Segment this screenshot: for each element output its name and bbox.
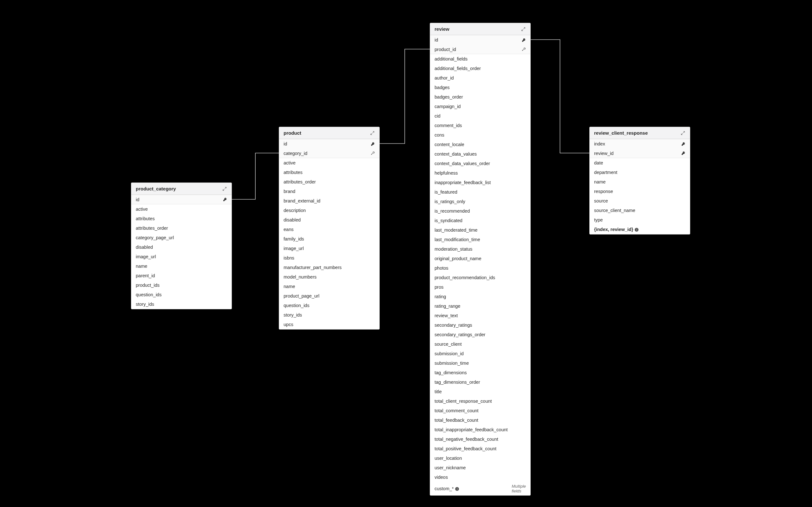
column-row[interactable]: description: [279, 206, 379, 215]
column-row[interactable]: product_page_url: [279, 291, 379, 301]
column-row[interactable]: content_locale: [430, 140, 530, 149]
column-row[interactable]: last_modification_time: [430, 235, 530, 244]
column-row[interactable]: parent_id: [131, 271, 232, 280]
column-row[interactable]: question_ids: [131, 290, 232, 299]
column-row[interactable]: total_positive_feedback_count: [430, 444, 530, 453]
column-row[interactable]: response: [590, 187, 690, 196]
column-row[interactable]: attributes: [279, 168, 379, 177]
table-product[interactable]: productidcategory_idactiveattributesattr…: [279, 127, 380, 330]
column-row[interactable]: id: [430, 35, 530, 45]
table-header[interactable]: review_client_response: [590, 127, 690, 139]
column-row[interactable]: name: [279, 282, 379, 291]
table-header[interactable]: review: [430, 23, 530, 35]
column-row[interactable]: moderation_status: [430, 244, 530, 254]
table-header[interactable]: product_category: [131, 183, 232, 195]
column-row[interactable]: submission_id: [430, 349, 530, 358]
column-row[interactable]: disabled: [131, 242, 232, 252]
column-row[interactable]: cons: [430, 130, 530, 140]
column-row[interactable]: comment_ids: [430, 121, 530, 130]
column-row[interactable]: disabled: [279, 215, 379, 225]
expand-icon[interactable]: [370, 130, 375, 135]
column-row[interactable]: total_feedback_count: [430, 415, 530, 425]
column-row[interactable]: index: [590, 139, 690, 149]
column-row[interactable]: additional_fields_order: [430, 64, 530, 73]
column-row[interactable]: secondary_ratings: [430, 320, 530, 330]
table-product_category[interactable]: product_categoryidactiveattributesattrib…: [131, 182, 232, 309]
column-row[interactable]: is_featured: [430, 187, 530, 197]
column-row[interactable]: tag_dimensions: [430, 368, 530, 377]
column-row[interactable]: attributes: [131, 214, 232, 223]
column-row[interactable]: active: [131, 205, 232, 214]
column-row[interactable]: badges: [430, 83, 530, 92]
column-row[interactable]: manufacturer_part_numbers: [279, 263, 379, 272]
column-row[interactable]: question_ids: [279, 301, 379, 310]
column-row[interactable]: attributes_order: [131, 223, 232, 233]
column-row[interactable]: total_comment_count: [430, 406, 530, 415]
info-icon[interactable]: i: [635, 228, 639, 232]
expand-icon[interactable]: [222, 186, 227, 191]
column-row[interactable]: name: [131, 262, 232, 271]
column-row[interactable]: product_recommendation_ids: [430, 273, 530, 282]
column-row[interactable]: brand: [279, 187, 379, 196]
column-row[interactable]: attributes_order: [279, 177, 379, 187]
column-row[interactable]: pros: [430, 282, 530, 292]
column-row[interactable]: title: [430, 387, 530, 396]
column-row[interactable]: product_ids: [131, 280, 232, 290]
column-row[interactable]: id: [279, 139, 379, 149]
column-row[interactable]: date: [590, 158, 690, 168]
column-row[interactable]: photos: [430, 263, 530, 273]
column-row[interactable]: id: [131, 195, 232, 205]
column-row[interactable]: is_syndicated: [430, 216, 530, 225]
column-row[interactable]: badges_order: [430, 92, 530, 102]
expand-icon[interactable]: [680, 130, 686, 135]
column-row[interactable]: story_ids: [279, 310, 379, 320]
column-row[interactable]: story_ids: [131, 299, 232, 309]
column-row[interactable]: author_id: [430, 73, 530, 83]
column-row[interactable]: image_url: [279, 244, 379, 253]
column-row[interactable]: custom_*iMultiple fields: [430, 482, 530, 495]
column-row[interactable]: total_inappropriate_feedback_count: [430, 425, 530, 435]
column-row[interactable]: brand_external_id: [279, 196, 379, 206]
column-row[interactable]: rating_range: [430, 301, 530, 311]
table-review[interactable]: reviewidproduct_idadditional_fieldsaddit…: [430, 23, 531, 496]
column-row[interactable]: secondary_ratings_order: [430, 330, 530, 339]
column-row[interactable]: tag_dimensions_order: [430, 377, 530, 387]
column-row[interactable]: eans: [279, 225, 379, 234]
column-row[interactable]: name: [590, 177, 690, 187]
column-row[interactable]: review_id: [590, 149, 690, 158]
column-row[interactable]: image_url: [131, 252, 232, 262]
column-row[interactable]: total_client_response_count: [430, 396, 530, 406]
table-header[interactable]: product: [279, 127, 379, 139]
column-row[interactable]: total_negative_feedback_count: [430, 435, 530, 444]
column-row[interactable]: family_ids: [279, 234, 379, 244]
column-row[interactable]: inappropriate_feedback_list: [430, 178, 530, 187]
expand-icon[interactable]: [521, 26, 526, 32]
info-icon[interactable]: i: [455, 487, 459, 491]
column-row[interactable]: campaign_id: [430, 102, 530, 111]
column-row[interactable]: last_moderated_time: [430, 225, 530, 235]
column-row[interactable]: is_ratings_only: [430, 197, 530, 206]
column-row[interactable]: product_id: [430, 45, 530, 54]
column-row[interactable]: active: [279, 158, 379, 168]
column-row[interactable]: is_recommended: [430, 206, 530, 216]
column-row[interactable]: additional_fields: [430, 54, 530, 64]
column-row[interactable]: isbns: [279, 253, 379, 263]
column-row[interactable]: source_client: [430, 339, 530, 349]
column-row[interactable]: source_client_name: [590, 206, 690, 215]
column-row[interactable]: original_product_name: [430, 254, 530, 263]
column-row[interactable]: category_id: [279, 149, 379, 158]
column-row[interactable]: context_data_values_order: [430, 159, 530, 168]
column-row[interactable]: department: [590, 168, 690, 177]
column-row[interactable]: upcs: [279, 320, 379, 329]
column-row[interactable]: rating: [430, 292, 530, 301]
column-row[interactable]: category_page_url: [131, 233, 232, 242]
column-row[interactable]: submission_time: [430, 358, 530, 368]
column-row[interactable]: review_text: [430, 311, 530, 320]
column-row[interactable]: source: [590, 196, 690, 206]
column-row[interactable]: user_location: [430, 453, 530, 463]
column-row[interactable]: model_numbers: [279, 272, 379, 282]
table-review_client_response[interactable]: review_client_responseindexreview_iddate…: [589, 127, 690, 234]
column-row[interactable]: cid: [430, 111, 530, 121]
column-row[interactable]: helpfulness: [430, 168, 530, 178]
column-row[interactable]: type: [590, 215, 690, 225]
